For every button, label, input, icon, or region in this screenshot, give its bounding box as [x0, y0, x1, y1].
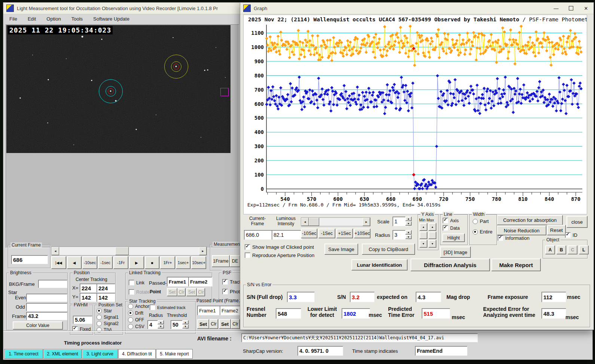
lt-frame2-box[interactable]: Frame2 — [188, 277, 212, 287]
position-x-center-input[interactable]: 224 — [80, 284, 98, 293]
pp-clr2-button[interactable]: Clr — [231, 319, 240, 329]
measure-1frame-button[interactable]: 1Frame — [212, 255, 230, 267]
up-arrow-button[interactable]: ▲ — [428, 223, 436, 231]
information-option[interactable]: Information — [498, 235, 530, 241]
correction-absorption-button[interactable]: Correction for absorption — [497, 215, 563, 225]
plus-10sec-button[interactable]: +10Sec — [354, 229, 370, 238]
pp-set2-button[interactable]: Set — [219, 319, 231, 329]
3d-image-button[interactable]: [3D] Image — [440, 247, 471, 258]
position-x-tracking-input[interactable]: 224 — [97, 284, 115, 293]
noise-reduction-button[interactable]: Noise Reduction — [497, 226, 546, 235]
timing-step-1[interactable]: 1. Time correct — [4, 349, 43, 359]
diffraction-analysis-button[interactable]: Diffraction Analysis — [411, 259, 490, 271]
timing-step-3[interactable]: 3. Light curve — [82, 349, 118, 359]
psf-photometry-checkbox[interactable] — [222, 289, 228, 294]
frame-exposure-input[interactable]: 112 — [541, 292, 566, 302]
minus-1sec-button[interactable]: -1Sec — [318, 229, 335, 238]
predicted-error-input[interactable]: 515 — [422, 308, 450, 319]
graph-radius-up-arrow[interactable]: ▲ — [405, 230, 412, 235]
avi-filename-input[interactable]: C:¥Users¥owner¥Documents¥天文¥202511¥20251… — [241, 333, 478, 342]
lower-limit-input[interactable]: 1802 — [342, 308, 370, 319]
play-reverse-button[interactable]: ◀ — [67, 256, 82, 269]
graph-scrollbar[interactable]: ◄ ► — [301, 217, 370, 226]
radio-part[interactable]: Part — [473, 218, 489, 224]
show-image-option[interactable]: Show Image of Clicked point — [245, 244, 314, 250]
even-input[interactable] — [26, 294, 67, 302]
radius-spinner[interactable]: ▲▼ — [158, 320, 164, 328]
stop-button[interactable]: ■ — [145, 256, 160, 269]
reproduce-aperture-checkbox[interactable] — [245, 253, 250, 258]
id-option[interactable]: ID — [565, 232, 577, 238]
graph-radius-spinner[interactable]: ▲▼ — [405, 230, 412, 239]
pp-frame1-box[interactable]: Frame1 — [197, 306, 221, 315]
light-curve-chart[interactable]: 2025 Nov 22; (2114) Wallenquist occults … — [243, 15, 587, 214]
menu-tools[interactable]: Tools — [66, 14, 88, 24]
menu-file[interactable]: File — [4, 14, 22, 24]
threshold-spinner[interactable]: ▲▼ — [182, 320, 189, 328]
pp-set1-button[interactable]: Set — [197, 319, 209, 329]
minus-10sec-button[interactable]: -10Sec — [301, 229, 317, 238]
radio-drift[interactable]: Drift — [128, 311, 143, 316]
play-button[interactable]: ▶ — [129, 256, 144, 269]
menu-software-update[interactable]: Software Update — [88, 14, 135, 24]
radio-star[interactable]: Star — [97, 308, 112, 313]
down-arrow-button[interactable]: ▼ — [428, 240, 436, 248]
graph-titlebar[interactable]: Graph — ✕ — [240, 3, 594, 14]
plus-1sec-button[interactable]: +1Sec — [336, 229, 353, 238]
sn-input[interactable]: 3.2 — [350, 292, 375, 302]
timestamp-indicates-input[interactable]: FrameEnd — [415, 346, 467, 356]
rotate-option[interactable]: Rotate — [129, 289, 149, 295]
graph-scroll-right-arrow[interactable]: ► — [363, 218, 370, 226]
blank-button[interactable] — [419, 232, 427, 239]
timing-step-4[interactable]: 4. Diffraction tit — [118, 349, 156, 359]
graph-currentframe-input[interactable]: 686.0 — [244, 230, 274, 240]
lunar-identification-button[interactable]: Lunar Identification — [351, 259, 408, 270]
radius-up-arrow[interactable]: ▲ — [158, 320, 164, 324]
scale-up-arrow[interactable]: ▲ — [405, 217, 412, 221]
graph-scrollbar-thumb[interactable] — [309, 218, 319, 226]
line-data-option[interactable]: Data — [443, 225, 460, 231]
frame-brightness-input[interactable]: 43.2 — [26, 312, 67, 320]
maximize-icon[interactable] — [564, 3, 579, 13]
radio-entire[interactable]: Entire — [473, 229, 492, 235]
sn-fulldrop-input[interactable]: 3.3 — [287, 292, 315, 302]
lt-frame1-box[interactable]: Frame1 — [167, 277, 191, 287]
line-data-checkbox[interactable] — [443, 225, 448, 231]
scrollbar-thumb[interactable] — [115, 247, 129, 255]
line-axis-option[interactable]: Axis — [443, 218, 459, 223]
scroll-left-arrow[interactable]: ◄ — [52, 247, 59, 255]
menu-option[interactable]: Option — [41, 14, 66, 24]
link-option[interactable]: Link — [129, 280, 144, 285]
object-a-button[interactable]: A — [545, 245, 555, 254]
object-b-button[interactable]: B — [556, 245, 566, 254]
plus-1sec-button[interactable]: 1sec+ — [176, 256, 191, 269]
threshold-down-arrow[interactable]: ▼ — [182, 325, 189, 329]
plus-1frame-button[interactable]: 1Fr+ — [160, 256, 175, 269]
line-axis-checkbox[interactable] — [443, 218, 448, 223]
jump-start-button[interactable]: |◀◀ — [51, 256, 66, 269]
bkg-frame-input[interactable] — [38, 280, 67, 288]
lt-clr2-button[interactable]: Clr — [197, 288, 205, 296]
copy-clipboard-button[interactable]: Copy to ClipBoard — [362, 244, 415, 255]
threshold-up-arrow[interactable]: ▲ — [182, 320, 189, 324]
chart-plot[interactable]: 0100200300400500600700800900100011005405… — [244, 15, 587, 214]
save-image-button[interactable]: Save Image — [324, 244, 358, 255]
radio-signal2[interactable]: Signal2 — [97, 321, 119, 326]
timing-step-2[interactable]: 2. XML element — [43, 349, 82, 359]
video-scrollbar[interactable]: ◄ ► — [51, 247, 207, 256]
color-value-button[interactable]: Color Value — [13, 321, 63, 330]
lt-set2-button[interactable]: Set — [186, 288, 197, 296]
minus-1sec-button[interactable]: -1sec — [98, 256, 113, 269]
pp-clr1-button[interactable]: Clr — [209, 319, 218, 329]
information-checkbox[interactable] — [498, 235, 503, 241]
lt-clr1-button[interactable]: Clr — [177, 288, 186, 296]
lt-set1-button[interactable]: Set — [167, 288, 177, 296]
graph-radius-down-arrow[interactable]: ▼ — [405, 235, 412, 239]
odd-input[interactable] — [26, 303, 67, 311]
minus-1frame-button[interactable]: -1Fr — [113, 256, 128, 269]
reproduce-aperture-option[interactable]: Reproduce Aperture Position — [245, 253, 314, 258]
link-checkbox[interactable] — [129, 280, 134, 285]
video-frame-image[interactable]: 2025 11 22 19:05:34:023 — [6, 25, 231, 153]
down-arrow-button[interactable]: ▼ — [419, 240, 427, 248]
up-arrow-button[interactable]: ▲ — [419, 223, 427, 231]
